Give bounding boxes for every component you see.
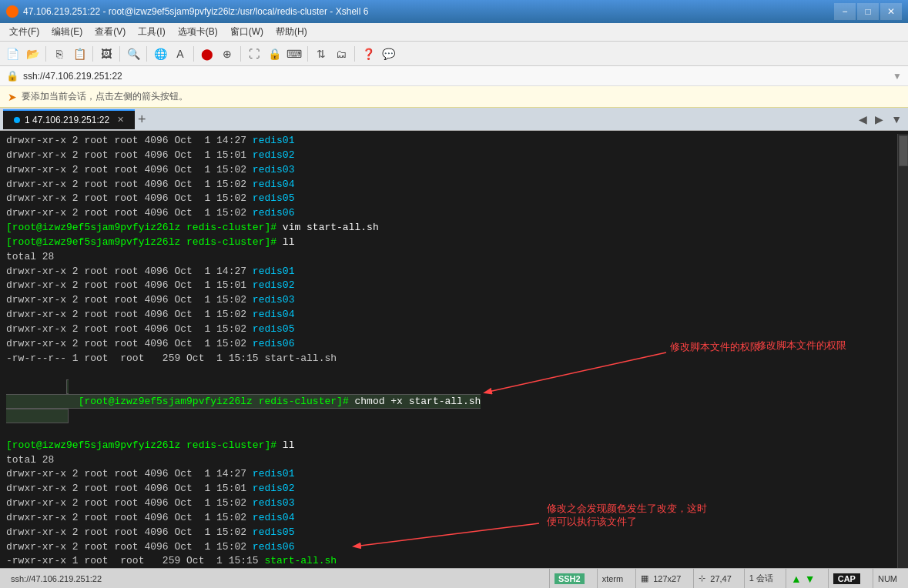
terminal-output: -rw-r--r-- 1 root root 259 Oct 1 15:15 s…: [6, 352, 899, 366]
address-dropdown-icon[interactable]: ▼: [893, 71, 902, 82]
down-arrow-icon: ▼: [805, 573, 816, 585]
chat-button[interactable]: 💬: [379, 45, 397, 63]
screenshot-button[interactable]: 🖼: [97, 45, 116, 63]
list-item: drwxr-xr-x 2 root root 4096 Oct 1 15:02 …: [6, 178, 899, 192]
status-arrows: ▲ ▼: [786, 569, 820, 588]
toolbar: 📄 📂 ⎘ 📋 🖼 🔍 🌐 A ⬤ ⊕ ⛶ 🔒 ⌨ ⇅ 🗂 ❓ 💬: [0, 42, 908, 66]
menu-bar: 文件(F) 编辑(E) 查看(V) 工具(I) 选项卡(B) 窗口(W) 帮助(…: [0, 23, 908, 42]
list-item: drwxr-xr-x 2 root root 4096 Oct 1 15:02 …: [6, 192, 899, 206]
notification-bar: ➤ 要添加当前会话，点击左侧的箭头按钮。: [0, 86, 908, 108]
sftp-button[interactable]: 🗂: [332, 45, 350, 63]
app-window: 47.106.219.251:22 - root@izwz9ef5sjam9pv…: [0, 0, 908, 588]
app-icon: [6, 5, 18, 18]
new-session-button[interactable]: 📄: [3, 45, 22, 63]
menu-view[interactable]: 查看(V): [89, 24, 132, 40]
list-item: drwxr-xr-x 2 root root 4096 Oct 1 15:02 …: [6, 511, 899, 526]
add-tab-button[interactable]: +: [138, 112, 146, 126]
menu-help[interactable]: 帮助(H): [270, 24, 313, 40]
status-bar: ssh://47.106.219.251:22 SSH2 xterm ▦ 127…: [0, 568, 908, 588]
dimensions-text: 127x27: [653, 574, 681, 583]
list-item: drwxr-xr-x 2 root root 4096 Oct 1 15:02 …: [6, 540, 899, 555]
fullscreen-button[interactable]: ⛶: [245, 45, 263, 63]
lock-icon: 🔒: [6, 70, 18, 82]
lock-button[interactable]: 🔒: [265, 45, 283, 63]
title-bar: 47.106.219.251:22 - root@izwz9ef5sjam9pv…: [0, 0, 908, 23]
status-position: ⊹ 27,47: [693, 569, 736, 588]
status-protocol: SSH2: [549, 569, 589, 588]
window-title: 47.106.219.251:22 - root@izwz9ef5sjam9pv…: [23, 6, 368, 17]
position-text: 27,47: [710, 574, 732, 583]
toolbar-separator-7: [307, 46, 308, 62]
transfer-button[interactable]: ⇅: [312, 45, 330, 63]
tab-navigation: ◀ ▶ ▼: [856, 112, 905, 127]
toolbar-separator-3: [119, 46, 120, 62]
ssh2-badge: SSH2: [555, 573, 585, 584]
search-button[interactable]: 🔍: [124, 45, 142, 63]
toolbar-separator-8: [354, 46, 355, 62]
tab-menu-button[interactable]: ▼: [888, 112, 905, 127]
status-sessions: 1 会话: [744, 569, 778, 588]
list-item: drwxr-xr-x 2 root root 4096 Oct 1 14:27 …: [6, 467, 899, 482]
toolbar-separator-2: [92, 46, 93, 62]
list-item: drwxr-xr-x 2 root root 4096 Oct 1 15:02 …: [6, 293, 899, 308]
tab-bar: 1 47.106.219.251:22 ✕ + ◀ ▶ ▼: [0, 108, 908, 131]
menu-tabs[interactable]: 选项卡(B): [172, 24, 224, 40]
copy-button[interactable]: ⎘: [50, 45, 69, 63]
toolbar-separator-4: [146, 46, 147, 62]
list-item: drwxr-xr-x 2 root root 4096 Oct 1 15:01 …: [6, 482, 899, 496]
minimize-button[interactable]: −: [834, 3, 856, 20]
open-button[interactable]: 📂: [23, 45, 42, 63]
status-dimensions: ▦ 127x27: [635, 569, 685, 588]
tab-label: 1 47.106.219.251:22: [25, 115, 109, 125]
terminal-output: total 28: [6, 250, 899, 265]
scrollbar-track[interactable]: [897, 134, 908, 568]
help-button[interactable]: ❓: [359, 45, 377, 63]
red-circle-button[interactable]: ⬤: [198, 45, 216, 63]
terminal-output: total 28: [6, 453, 899, 468]
list-item: drwxr-xr-x 2 root root 4096 Oct 1 15:02 …: [6, 308, 899, 322]
tab-next-button[interactable]: ▶: [872, 112, 886, 127]
list-item: drwxr-xr-x 2 root root 4096 Oct 1 14:27 …: [6, 265, 899, 279]
menu-edit[interactable]: 编辑(E): [45, 24, 89, 40]
terminal-command-line: [root@izwz9ef5sjam9pvfyiz26lz redis-clus…: [6, 439, 899, 453]
list-item: drwxr-xr-x 2 root root 4096 Oct 1 15:02 …: [6, 337, 899, 352]
list-item: drwxr-xr-x 2 root root 4096 Oct 1 15:02 …: [6, 526, 899, 540]
terminal-command-line: [root@izwz9ef5sjam9pvfyiz26lz redis-clus…: [6, 236, 899, 250]
terminal-command-highlight: [root@izwz9ef5sjam9pvfyiz26lz redis-clus…: [6, 366, 899, 439]
status-cap: CAP: [828, 569, 865, 588]
terminal-scroll[interactable]: drwxr-xr-x 2 root root 4096 Oct 1 14:27 …: [6, 134, 902, 565]
list-item: drwxr-xr-x 2 root root 4096 Oct 1 15:01 …: [6, 149, 899, 163]
toolbar-separator-6: [240, 46, 241, 62]
status-encoding: xterm: [597, 569, 628, 588]
scrollbar-thumb[interactable]: [899, 135, 908, 166]
ssh-url-text: ssh://47.106.219.251:22: [11, 574, 102, 583]
up-arrow-icon: ▲: [791, 573, 802, 585]
paste-button[interactable]: 📋: [70, 45, 89, 63]
position-icon: ⊹: [699, 573, 705, 583]
window-controls: − □ ✕: [834, 3, 902, 20]
list-item: drwxr-xr-x 2 root root 4096 Oct 1 15:02 …: [6, 163, 899, 178]
tab-status-dot: [14, 117, 20, 123]
menu-file[interactable]: 文件(F): [3, 24, 45, 40]
menu-tools[interactable]: 工具(I): [132, 24, 171, 40]
dimensions-icon: ▦: [641, 573, 648, 583]
terminal-command-line: [root@izwz9ef5sjam9pvfyiz26lz redis-clus…: [6, 221, 899, 236]
list-item: drwxr-xr-x 2 root root 4096 Oct 1 15:01 …: [6, 279, 899, 293]
font-button[interactable]: A: [171, 45, 189, 63]
list-item: drwxr-xr-x 2 root root 4096 Oct 1 14:27 …: [6, 134, 899, 149]
num-indicator: NUM: [878, 574, 897, 583]
menu-window[interactable]: 窗口(W): [224, 24, 270, 40]
tab-prev-button[interactable]: ◀: [856, 112, 870, 127]
macro-button[interactable]: ⊕: [218, 45, 236, 63]
terminal[interactable]: drwxr-xr-x 2 root root 4096 Oct 1 14:27 …: [0, 131, 908, 568]
list-item: drwxr-xr-x 2 root root 4096 Oct 1 15:02 …: [6, 322, 899, 337]
close-button[interactable]: ✕: [880, 3, 902, 20]
address-input[interactable]: [23, 71, 890, 82]
active-tab[interactable]: 1 47.106.219.251:22 ✕: [3, 109, 135, 129]
tab-close-button[interactable]: ✕: [117, 115, 124, 125]
globe-button[interactable]: 🌐: [151, 45, 169, 63]
keyboard-button[interactable]: ⌨: [285, 45, 303, 63]
maximize-button[interactable]: □: [857, 3, 879, 20]
terminal-wrapper: drwxr-xr-x 2 root root 4096 Oct 1 14:27 …: [0, 131, 908, 568]
cap-indicator: CAP: [833, 573, 860, 584]
